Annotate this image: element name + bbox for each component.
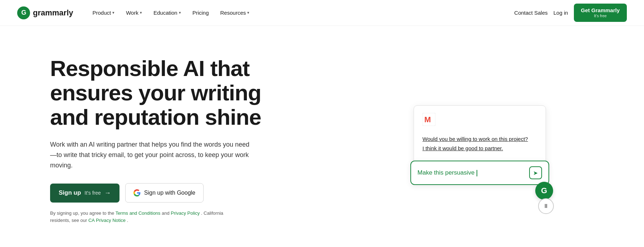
logo-mark: G: [17, 6, 30, 19]
ca-privacy-link[interactable]: CA Privacy Notice: [88, 218, 126, 223]
pause-icon: ⏸: [543, 203, 549, 209]
legal-text: By signing up, you agree to the Terms an…: [50, 210, 229, 224]
pause-button[interactable]: ⏸: [538, 198, 554, 214]
email-mockup: M Would you be willing to work on this p…: [414, 105, 546, 175]
nav-left: G grammarly Product ▾ Work ▾ Education ▾…: [17, 6, 254, 19]
navbar: G grammarly Product ▾ Work ▾ Education ▾…: [0, 0, 644, 26]
contact-sales-link[interactable]: Contact Sales: [514, 10, 547, 16]
nav-item-education[interactable]: Education ▾: [148, 7, 186, 19]
privacy-link[interactable]: Privacy Policy: [171, 210, 200, 216]
signup-google-button[interactable]: Sign up with Google: [125, 183, 204, 203]
send-icon: ➤: [533, 170, 538, 176]
google-icon: [133, 189, 141, 196]
chevron-down-icon: ▾: [247, 10, 249, 15]
grammarly-badge: G: [535, 182, 553, 200]
nav-item-pricing[interactable]: Pricing: [187, 7, 214, 19]
ai-input-box[interactable]: Make this persuasive ➤: [410, 161, 549, 185]
nav-item-work[interactable]: Work ▾: [121, 7, 147, 19]
hero-left: Responsible AI that ensures your writing…: [50, 56, 272, 224]
arrow-icon: →: [104, 189, 111, 197]
login-link[interactable]: Log in: [553, 10, 568, 16]
text-cursor: [477, 170, 477, 176]
nav-item-product[interactable]: Product ▾: [88, 7, 120, 19]
chevron-down-icon: ▾: [179, 10, 181, 15]
ai-prompt-text: Make this persuasive: [418, 169, 477, 176]
nav-item-resources[interactable]: Resources ▾: [215, 7, 255, 19]
signup-button[interactable]: Sign up It's free →: [50, 184, 119, 203]
gmail-icon: M: [423, 113, 435, 126]
hero-subtitle: Work with an AI writing partner that hel…: [50, 139, 250, 170]
email-body: Would you be willing to work on this pro…: [423, 134, 537, 153]
svg-text:M: M: [424, 115, 431, 124]
send-button[interactable]: ➤: [529, 166, 542, 179]
chevron-down-icon: ▾: [140, 10, 142, 15]
hero-right: M Would you be willing to work on this p…: [366, 105, 594, 175]
terms-link[interactable]: Terms and Conditions: [116, 210, 161, 216]
nav-links: Product ▾ Work ▾ Education ▾ Pricing Res…: [88, 7, 255, 19]
hero-title: Responsible AI that ensures your writing…: [50, 56, 272, 130]
cta-row: Sign up It's free → Sign up with Google: [50, 183, 272, 203]
logo-text: grammarly: [33, 8, 73, 18]
logo-letter: G: [21, 9, 26, 16]
get-grammarly-button[interactable]: Get Grammarly It's free: [574, 4, 627, 22]
hero-section: Responsible AI that ensures your writing…: [0, 26, 644, 247]
nav-right: Contact Sales Log in Get Grammarly It's …: [514, 4, 627, 22]
chevron-down-icon: ▾: [112, 10, 114, 15]
